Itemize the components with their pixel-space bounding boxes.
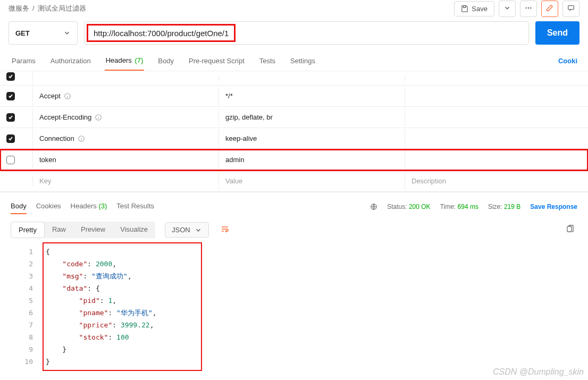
save-button[interactable]: Save <box>454 1 494 16</box>
chevron-down-icon <box>63 29 71 37</box>
wrap-button[interactable] <box>216 222 233 238</box>
tab-authorization[interactable]: Authorization <box>49 52 92 70</box>
table-row-new[interactable]: Key Value Description <box>0 171 588 192</box>
info-icon <box>78 135 85 142</box>
headers-table: Accept */* Accept-Encoding gzip, deflate… <box>0 71 588 192</box>
info-icon <box>95 114 102 121</box>
line-gutter: 12345678910 <box>11 242 43 371</box>
tab-body[interactable]: Body <box>157 52 175 70</box>
cookies-link[interactable]: Cooki <box>558 57 577 65</box>
resp-tab-headers[interactable]: Headers (3) <box>71 199 107 214</box>
svg-rect-3 <box>568 5 574 9</box>
edit-button[interactable] <box>541 1 558 17</box>
status-label: Status: 200 OK <box>387 203 430 210</box>
response-body[interactable]: { "code": 2000, "msg": "查询成功", "data": {… <box>43 242 577 371</box>
view-preview[interactable]: Preview <box>73 222 113 238</box>
svg-point-1 <box>528 7 529 8</box>
send-button[interactable]: Send <box>535 21 579 45</box>
request-name: 测试全局过滤器 <box>38 4 86 12</box>
time-label: Time: 694 ms <box>440 203 478 210</box>
info-icon <box>64 92 71 100</box>
chevron-down-icon <box>195 226 202 234</box>
chevron-down-icon <box>503 4 511 12</box>
resp-tab-cookies[interactable]: Cookies <box>36 199 61 214</box>
checkbox[interactable] <box>6 92 15 100</box>
copy-icon <box>566 225 574 233</box>
view-visualize[interactable]: Visualize <box>113 222 155 238</box>
table-row: Accept-Encoding gzip, deflate, br <box>0 107 588 128</box>
save-response-button[interactable]: Save Response <box>530 203 577 210</box>
table-row-token: token admin <box>0 149 588 171</box>
view-pretty[interactable]: Pretty <box>11 222 45 238</box>
save-dropdown-button[interactable] <box>499 1 516 17</box>
comment-icon <box>567 4 575 12</box>
save-icon <box>461 5 468 12</box>
method-select[interactable]: GET <box>9 21 78 45</box>
wrap-icon <box>221 225 229 233</box>
resp-tab-tests[interactable]: Test Results <box>116 199 154 214</box>
tab-prerequest[interactable]: Pre-request Script <box>188 52 246 70</box>
tab-headers[interactable]: Headers (7) <box>105 51 145 71</box>
more-actions-button[interactable] <box>520 1 537 17</box>
dots-icon <box>525 4 532 12</box>
tab-params[interactable]: Params <box>11 52 37 70</box>
table-row: Connection keep-alive <box>0 128 588 149</box>
view-raw[interactable]: Raw <box>45 222 73 238</box>
svg-point-0 <box>525 7 526 8</box>
tab-tests[interactable]: Tests <box>258 52 276 70</box>
tab-settings[interactable]: Settings <box>289 52 316 70</box>
checkbox[interactable] <box>6 134 15 143</box>
svg-point-2 <box>530 7 531 8</box>
breadcrumb: 微服务/测试全局过滤器 <box>9 4 86 13</box>
table-row <box>0 71 588 86</box>
workspace-name[interactable]: 微服务 <box>9 4 29 12</box>
svg-rect-8 <box>567 226 572 232</box>
format-select[interactable]: JSON <box>165 222 209 238</box>
checkbox[interactable] <box>6 156 15 164</box>
copy-button[interactable] <box>562 222 577 238</box>
comment-button[interactable] <box>562 1 579 17</box>
globe-icon[interactable] <box>370 203 377 210</box>
table-row: Accept */* <box>0 86 588 107</box>
size-label: Size: 219 B <box>488 203 520 210</box>
checkbox[interactable] <box>6 113 15 122</box>
checkbox[interactable] <box>6 72 15 81</box>
resp-tab-body[interactable]: Body <box>11 199 27 214</box>
url-input[interactable]: http://localhost:7000/product/getOne/1 <box>84 21 529 45</box>
pencil-icon <box>546 4 553 12</box>
